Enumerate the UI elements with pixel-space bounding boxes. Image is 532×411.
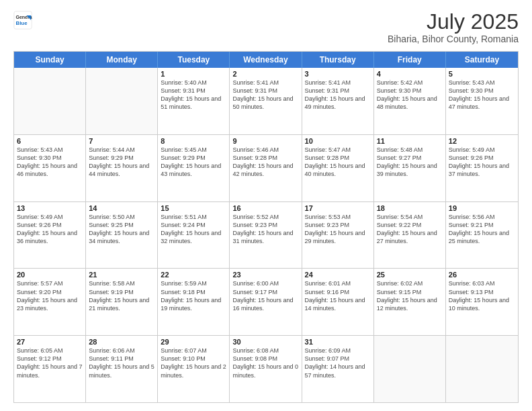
calendar-cell: 2Sunrise: 5:41 AMSunset: 9:31 PMDaylight… xyxy=(230,68,302,134)
main-title: July 2025 xyxy=(388,11,519,32)
day-info: Sunrise: 5:52 AMSunset: 9:23 PMDaylight:… xyxy=(232,213,298,246)
logo: General Blue xyxy=(13,11,32,30)
day-info: Sunrise: 5:44 AMSunset: 9:29 PMDaylight:… xyxy=(89,146,154,179)
svg-text:Blue: Blue xyxy=(16,20,28,26)
day-info: Sunrise: 5:57 AMSunset: 9:20 PMDaylight:… xyxy=(17,279,83,312)
day-info: Sunrise: 5:49 AMSunset: 9:26 PMDaylight:… xyxy=(449,146,515,179)
day-number: 9 xyxy=(232,137,298,145)
calendar-cell: 28Sunrise: 6:06 AMSunset: 9:11 PMDayligh… xyxy=(86,336,158,402)
day-info: Sunrise: 5:46 AMSunset: 9:28 PMDaylight:… xyxy=(232,146,298,179)
logo-icon: General Blue xyxy=(13,11,32,30)
calendar-cell xyxy=(86,68,158,134)
calendar-header: SundayMondayTuesdayWednesdayThursdayFrid… xyxy=(14,52,518,68)
calendar: SundayMondayTuesdayWednesdayThursdayFrid… xyxy=(13,51,519,403)
day-number: 14 xyxy=(89,204,154,212)
day-number: 23 xyxy=(232,271,298,279)
calendar-cell: 18Sunrise: 5:54 AMSunset: 9:22 PMDayligh… xyxy=(374,202,446,269)
day-number: 4 xyxy=(377,70,443,78)
calendar-cell: 8Sunrise: 5:45 AMSunset: 9:29 PMDaylight… xyxy=(158,135,230,201)
day-number: 27 xyxy=(17,338,83,346)
calendar-cell: 11Sunrise: 5:48 AMSunset: 9:27 PMDayligh… xyxy=(374,135,446,201)
day-number: 13 xyxy=(17,204,83,212)
calendar-cell: 29Sunrise: 6:07 AMSunset: 9:10 PMDayligh… xyxy=(158,336,230,402)
day-number: 6 xyxy=(17,137,83,145)
calendar-cell: 27Sunrise: 6:05 AMSunset: 9:12 PMDayligh… xyxy=(14,336,86,402)
calendar-cell: 10Sunrise: 5:47 AMSunset: 9:28 PMDayligh… xyxy=(302,135,374,201)
calendar-cell xyxy=(374,336,446,402)
calendar-cell xyxy=(14,68,86,134)
day-number: 7 xyxy=(89,137,154,145)
calendar-cell xyxy=(446,336,518,402)
calendar-week: 20Sunrise: 5:57 AMSunset: 9:20 PMDayligh… xyxy=(14,269,518,336)
day-number: 20 xyxy=(17,271,83,279)
day-info: Sunrise: 6:03 AMSunset: 9:13 PMDaylight:… xyxy=(449,279,515,312)
day-number: 10 xyxy=(305,137,371,145)
day-info: Sunrise: 5:43 AMSunset: 9:30 PMDaylight:… xyxy=(449,79,515,111)
subtitle: Biharia, Bihor County, Romania xyxy=(388,34,519,44)
day-info: Sunrise: 5:58 AMSunset: 9:19 PMDaylight:… xyxy=(89,279,154,312)
calendar-day-header: Friday xyxy=(374,52,446,68)
calendar-week: 1Sunrise: 5:40 AMSunset: 9:31 PMDaylight… xyxy=(14,68,518,135)
calendar-cell: 1Sunrise: 5:40 AMSunset: 9:31 PMDaylight… xyxy=(158,68,230,134)
calendar-cell: 15Sunrise: 5:51 AMSunset: 9:24 PMDayligh… xyxy=(158,202,230,269)
calendar-cell: 14Sunrise: 5:50 AMSunset: 9:25 PMDayligh… xyxy=(86,202,158,269)
calendar-cell: 6Sunrise: 5:43 AMSunset: 9:30 PMDaylight… xyxy=(14,135,86,201)
calendar-day-header: Thursday xyxy=(302,52,374,68)
day-info: Sunrise: 6:08 AMSunset: 9:08 PMDaylight:… xyxy=(232,347,298,379)
day-info: Sunrise: 5:47 AMSunset: 9:28 PMDaylight:… xyxy=(305,146,371,179)
calendar-cell: 4Sunrise: 5:42 AMSunset: 9:30 PMDaylight… xyxy=(374,68,446,134)
header: General Blue July 2025 Biharia, Bihor Co… xyxy=(13,11,519,44)
calendar-day-header: Sunday xyxy=(14,52,86,68)
calendar-cell: 5Sunrise: 5:43 AMSunset: 9:30 PMDaylight… xyxy=(446,68,518,134)
calendar-cell: 25Sunrise: 6:02 AMSunset: 9:15 PMDayligh… xyxy=(374,269,446,335)
day-number: 5 xyxy=(449,70,515,78)
calendar-cell: 30Sunrise: 6:08 AMSunset: 9:08 PMDayligh… xyxy=(230,336,302,402)
day-number: 8 xyxy=(161,137,226,145)
day-number: 30 xyxy=(232,338,298,346)
day-info: Sunrise: 6:06 AMSunset: 9:11 PMDaylight:… xyxy=(89,347,154,379)
day-number: 2 xyxy=(232,70,298,78)
day-info: Sunrise: 6:02 AMSunset: 9:15 PMDaylight:… xyxy=(377,279,443,312)
day-number: 31 xyxy=(305,338,371,346)
calendar-week: 6Sunrise: 5:43 AMSunset: 9:30 PMDaylight… xyxy=(14,135,518,202)
day-number: 17 xyxy=(305,204,371,212)
day-info: Sunrise: 5:49 AMSunset: 9:26 PMDaylight:… xyxy=(17,213,83,246)
calendar-week: 27Sunrise: 6:05 AMSunset: 9:12 PMDayligh… xyxy=(14,336,518,402)
day-number: 25 xyxy=(377,271,443,279)
day-info: Sunrise: 5:50 AMSunset: 9:25 PMDaylight:… xyxy=(89,213,154,246)
title-block: July 2025 Biharia, Bihor County, Romania xyxy=(388,11,519,44)
calendar-cell: 7Sunrise: 5:44 AMSunset: 9:29 PMDaylight… xyxy=(86,135,158,201)
day-number: 11 xyxy=(377,137,443,145)
day-number: 26 xyxy=(449,271,515,279)
day-number: 3 xyxy=(305,70,371,78)
day-number: 16 xyxy=(232,204,298,212)
calendar-day-header: Saturday xyxy=(446,52,518,68)
day-info: Sunrise: 5:53 AMSunset: 9:23 PMDaylight:… xyxy=(305,213,371,246)
day-info: Sunrise: 5:45 AMSunset: 9:29 PMDaylight:… xyxy=(161,146,226,179)
calendar-cell: 26Sunrise: 6:03 AMSunset: 9:13 PMDayligh… xyxy=(446,269,518,335)
day-info: Sunrise: 6:01 AMSunset: 9:16 PMDaylight:… xyxy=(305,279,371,312)
day-info: Sunrise: 5:56 AMSunset: 9:21 PMDaylight:… xyxy=(449,213,515,246)
day-info: Sunrise: 5:48 AMSunset: 9:27 PMDaylight:… xyxy=(377,146,443,179)
day-info: Sunrise: 6:07 AMSunset: 9:10 PMDaylight:… xyxy=(161,347,226,379)
day-number: 22 xyxy=(161,271,226,279)
calendar-cell: 16Sunrise: 5:52 AMSunset: 9:23 PMDayligh… xyxy=(230,202,302,269)
day-info: Sunrise: 5:59 AMSunset: 9:18 PMDaylight:… xyxy=(161,279,226,312)
day-number: 19 xyxy=(449,204,515,212)
calendar-day-header: Tuesday xyxy=(158,52,230,68)
calendar-page: General Blue July 2025 Biharia, Bihor Co… xyxy=(0,0,532,411)
calendar-cell: 31Sunrise: 6:09 AMSunset: 9:07 PMDayligh… xyxy=(302,336,374,402)
day-number: 24 xyxy=(305,271,371,279)
day-info: Sunrise: 6:05 AMSunset: 9:12 PMDaylight:… xyxy=(17,347,83,379)
day-info: Sunrise: 6:00 AMSunset: 9:17 PMDaylight:… xyxy=(232,279,298,312)
calendar-cell: 20Sunrise: 5:57 AMSunset: 9:20 PMDayligh… xyxy=(14,269,86,335)
calendar-cell: 13Sunrise: 5:49 AMSunset: 9:26 PMDayligh… xyxy=(14,202,86,269)
calendar-cell: 12Sunrise: 5:49 AMSunset: 9:26 PMDayligh… xyxy=(446,135,518,201)
day-number: 15 xyxy=(161,204,226,212)
calendar-cell: 17Sunrise: 5:53 AMSunset: 9:23 PMDayligh… xyxy=(302,202,374,269)
day-number: 1 xyxy=(161,70,226,78)
day-info: Sunrise: 5:51 AMSunset: 9:24 PMDaylight:… xyxy=(161,213,226,246)
calendar-cell: 21Sunrise: 5:58 AMSunset: 9:19 PMDayligh… xyxy=(86,269,158,335)
calendar-day-header: Wednesday xyxy=(230,52,302,68)
calendar-cell: 9Sunrise: 5:46 AMSunset: 9:28 PMDaylight… xyxy=(230,135,302,201)
